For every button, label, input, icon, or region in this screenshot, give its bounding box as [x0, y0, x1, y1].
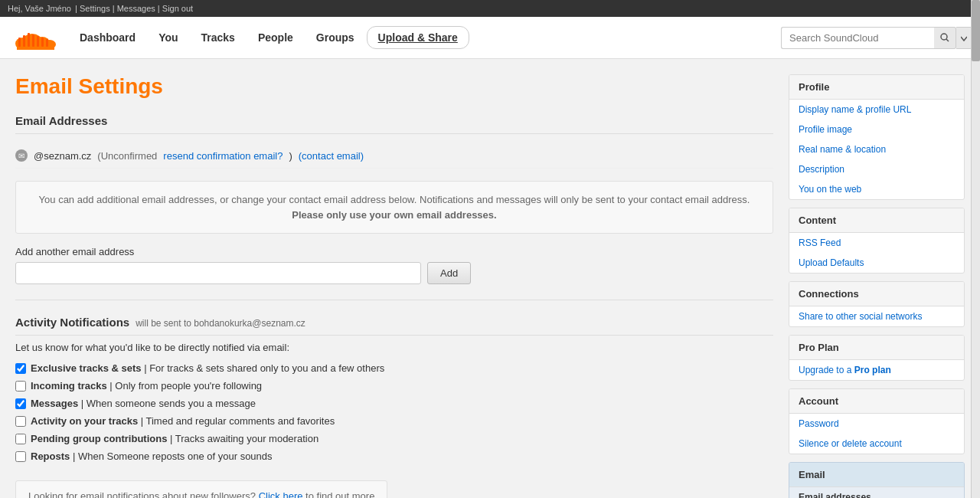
divider-1 — [15, 300, 773, 300]
close-paren: ) — [289, 150, 292, 162]
nav-you[interactable]: You — [148, 25, 188, 50]
checkbox-pending[interactable] — [15, 434, 26, 444]
sidebar-link-upload-defaults[interactable]: Upload Defaults — [789, 253, 964, 273]
sidebar-link-display-name[interactable]: Display name & profile URL — [789, 100, 964, 120]
sidebar-section-connections: Connections Share to other social networ… — [789, 281, 965, 327]
email-unconfirmed-status: (Unconfirmed — [97, 150, 157, 162]
svg-rect-5 — [18, 38, 21, 47]
sidebar-link-password[interactable]: Password — [789, 414, 964, 434]
sidebar-link-social-networks[interactable]: Share to other social networks — [789, 306, 964, 326]
nav-people[interactable]: People — [247, 25, 304, 50]
resend-confirmation-link[interactable]: resend confirmation email? — [163, 150, 283, 162]
search-icon — [940, 33, 949, 42]
checkbox-row-incoming: Incoming tracks | Only from people you'r… — [15, 380, 773, 392]
sidebar-link-email-addresses[interactable]: Email addresses — [789, 487, 964, 498]
activity-notifications-header: Activity Notifications will be sent to b… — [15, 316, 773, 336]
checkbox-label-messages: Messages | When someone sends you a mess… — [31, 398, 256, 409]
svg-rect-9 — [37, 36, 39, 47]
email-row: ✉ @seznam.cz (Unconfirmed resend confirm… — [15, 143, 773, 169]
add-email-label: Add another email address — [15, 246, 773, 257]
add-email-section: Add another email address Add — [15, 246, 773, 284]
svg-line-13 — [946, 39, 949, 41]
checkbox-row-exclusive: Exclusive tracks & sets | For tracks & s… — [15, 362, 773, 374]
sidebar-section-title-profile: Profile — [789, 75, 964, 100]
checkbox-row-reposts: Reposts | When Someone reposts one of yo… — [15, 450, 773, 462]
top-bar: Hej, Vaše Jméno | Settings | Messages | … — [0, 0, 980, 17]
activity-notifications-section: Activity Notifications will be sent to b… — [15, 316, 773, 498]
sidebar-link-you-web[interactable]: You on the web — [789, 179, 964, 199]
svg-rect-10 — [41, 38, 44, 47]
scrollbar[interactable] — [971, 0, 980, 498]
svg-rect-8 — [32, 34, 34, 47]
svg-point-12 — [941, 34, 947, 40]
checkbox-exclusive[interactable] — [15, 363, 26, 374]
info-bold-text: Please only use your own email addresses… — [292, 209, 496, 221]
sidebar-link-description[interactable]: Description — [789, 159, 964, 179]
sidebar-section-profile: Profile Display name & profile URL Profi… — [789, 74, 965, 200]
sidebar-section-title-content: Content — [789, 208, 964, 233]
checkbox-activity[interactable] — [15, 416, 26, 427]
add-email-row: Add — [15, 262, 773, 284]
add-email-button[interactable]: Add — [427, 262, 471, 284]
messages-link[interactable]: Messages — [117, 4, 155, 13]
sidebar-link-profile-image[interactable]: Profile image — [789, 120, 964, 139]
activity-notifications-desc: Let us know for what you'd like to be di… — [15, 342, 773, 353]
checkbox-row-messages: Messages | When someone sends you a mess… — [15, 398, 773, 409]
sidebar-link-silence-delete[interactable]: Silence or delete account — [789, 434, 964, 454]
sidebar-section-account: Account Password Silence or delete accou… — [789, 388, 965, 454]
signout-link[interactable]: Sign out — [162, 4, 193, 13]
checkbox-label-activity: Activity on your tracks | Timed and regu… — [31, 415, 335, 427]
svg-rect-11 — [46, 39, 48, 47]
sidebar-link-rss-feed[interactable]: RSS Feed — [789, 233, 964, 253]
add-email-input[interactable] — [15, 262, 421, 284]
sidebar-section-content: Content RSS Feed Upload Defaults — [789, 208, 965, 274]
nav-groups[interactable]: Groups — [305, 25, 365, 50]
nav-upload-share[interactable]: Upload & Share — [367, 26, 469, 49]
checkbox-label-exclusive: Exclusive tracks & sets | For tracks & s… — [31, 362, 384, 374]
search-input[interactable] — [781, 27, 934, 49]
activity-notifications-sub: will be sent to bohdanokurka@seznam.cz — [136, 318, 305, 329]
search-button[interactable] — [934, 27, 956, 49]
sidebar-section-proplan: Pro Plan Upgrade to a Pro plan — [789, 335, 965, 381]
find-out-box: Looking for email notifications about ne… — [15, 480, 387, 498]
sidebar-section-email: Email Email addresses Email notification… — [789, 462, 965, 498]
svg-rect-7 — [28, 33, 30, 47]
email-addresses-title: Email Addresses — [15, 114, 773, 134]
top-bar-greeting: Hej, Vaše Jméno | Settings | Messages | … — [8, 4, 193, 13]
checkbox-label-incoming: Incoming tracks | Only from people you'r… — [31, 380, 262, 392]
sidebar-link-real-name[interactable]: Real name & location — [789, 139, 964, 159]
nav-dashboard[interactable]: Dashboard — [69, 25, 146, 50]
activity-notifications-title: Activity Notifications — [15, 316, 129, 329]
svg-rect-4 — [17, 44, 54, 50]
checkbox-row-pending: Pending group contributions | Tracks awa… — [15, 433, 773, 444]
nav-tracks[interactable]: Tracks — [191, 25, 246, 50]
sidebar: Profile Display name & profile URL Profi… — [789, 74, 965, 498]
sidebar-section-title-email: Email — [789, 463, 964, 487]
soundcloud-logo[interactable] — [8, 22, 61, 53]
checkbox-incoming[interactable] — [15, 381, 26, 392]
click-here-link[interactable]: Click here — [259, 490, 303, 498]
email-address: @seznam.cz — [34, 150, 91, 162]
contact-email-link[interactable]: (contact email) — [299, 150, 364, 162]
sidebar-link-pro-plan[interactable]: Upgrade to a Pro plan — [789, 360, 964, 380]
checkbox-reposts[interactable] — [15, 451, 26, 462]
checkbox-label-reposts: Reposts | When Someone reposts one of yo… — [31, 450, 273, 462]
email-info-box: You can add additional email addresses, … — [15, 181, 773, 234]
notification-checkboxes: Exclusive tracks & sets | For tracks & s… — [15, 362, 773, 462]
checkbox-messages[interactable] — [15, 398, 26, 409]
scrollbar-thumb[interactable] — [972, 0, 980, 61]
sidebar-section-title-connections: Connections — [789, 282, 964, 306]
email-icon: ✉ — [15, 149, 28, 162]
header: Dashboard You Tracks People Groups Uploa… — [0, 17, 980, 59]
chevron-down-icon — [961, 35, 967, 41]
checkbox-row-activity: Activity on your tracks | Timed and regu… — [15, 415, 773, 427]
sidebar-section-title-account: Account — [789, 389, 964, 414]
search-dropdown-button[interactable] — [956, 27, 972, 49]
main-content: Email Settings Email Addresses ✉ @seznam… — [15, 74, 773, 498]
page-title: Email Settings — [15, 74, 773, 99]
navigation: Dashboard You Tracks People Groups Uploa… — [69, 25, 781, 50]
svg-rect-6 — [23, 35, 25, 47]
email-addresses-section: Email Addresses ✉ @seznam.cz (Unconfirme… — [15, 114, 773, 284]
settings-link[interactable]: Settings — [80, 4, 110, 13]
sidebar-section-title-proplan: Pro Plan — [789, 336, 964, 360]
